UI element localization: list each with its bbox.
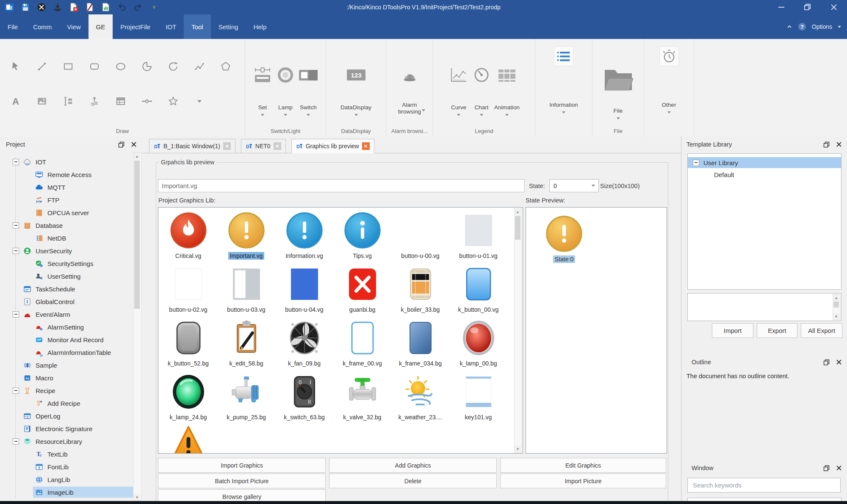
ribbon-button-curve[interactable]: Curve <box>448 39 469 136</box>
tree-item-monitor-and-record[interactable]: Monitor And Record <box>0 334 142 346</box>
graphic-name-input[interactable] <box>158 179 525 192</box>
graphic-item[interactable]: k_valve_32.bg <box>333 371 391 424</box>
template-list-scrollbar[interactable]: ▲ ▼ <box>833 294 841 320</box>
graphic-item[interactable]: Information.vg <box>275 209 333 263</box>
menu-item-ge[interactable]: GE <box>89 14 113 39</box>
rectangle-icon[interactable] <box>62 60 75 73</box>
ribbon-button-chart[interactable]: Chart <box>471 39 492 136</box>
export-button[interactable]: Export <box>757 323 797 338</box>
redo-icon[interactable] <box>133 2 143 12</box>
polyline-icon[interactable] <box>193 60 206 73</box>
tree-item-taskschedule[interactable]: TaskSchedule <box>0 283 142 295</box>
menu-item-setting[interactable]: Setting <box>211 14 246 39</box>
ribbon-button-information[interactable]: Information <box>549 39 578 136</box>
close-panel-icon[interactable] <box>835 358 843 366</box>
graphic-item[interactable]: k_frame_00.vg <box>333 317 391 371</box>
graphic-item[interactable]: k_weather_23.... <box>391 371 449 424</box>
tree-item-sample[interactable]: Sample <box>0 359 142 371</box>
edit-graphics-button[interactable]: Edit Graphics <box>500 458 666 473</box>
dimension-icon[interactable] <box>62 95 75 108</box>
float-panel-icon[interactable] <box>822 140 830 149</box>
search-input[interactable] <box>687 478 841 493</box>
state-preview-item[interactable]: State:0 <box>543 213 585 263</box>
document-tab-3[interactable]: DGraphics lib preview✕ <box>291 139 374 153</box>
close-panel-icon[interactable] <box>130 140 138 149</box>
tab-close-icon[interactable]: ✕ <box>223 142 231 150</box>
graphic-item[interactable]: k_button_00.vg <box>449 263 507 317</box>
close-panel-icon[interactable] <box>835 464 843 472</box>
chart-doc-icon[interactable] <box>101 2 111 12</box>
tree-item-recipe[interactable]: Recipe <box>0 385 142 396</box>
graphic-item[interactable]: Important.vg <box>217 209 275 263</box>
graphic-item[interactable]: button-u-03.vg <box>217 263 275 317</box>
graphic-item[interactable]: button-u-04.vg <box>275 263 333 317</box>
ribbon-button-switch[interactable]: Switch <box>298 39 318 136</box>
tree-expander-icon[interactable] <box>13 438 19 445</box>
close-panel-icon[interactable] <box>835 140 843 149</box>
dtools-logo-icon[interactable] <box>4 2 14 12</box>
help-icon[interactable]: ? <box>798 22 806 31</box>
pie-icon[interactable] <box>141 60 153 73</box>
graphic-item[interactable]: key101.vg <box>449 371 507 424</box>
ribbon-button-alarm-browsing[interactable]: Alarm browsing <box>393 39 426 136</box>
tree-expander-icon[interactable] <box>13 222 19 229</box>
tree-item-usersecurity[interactable]: UserSecurity <box>0 245 142 257</box>
browse-gallery-button[interactable]: Browse gallery <box>158 489 326 501</box>
tree-item-globalcontrol[interactable]: GlobalControl <box>0 296 142 307</box>
ribbon-button-datadisplay[interactable]: 123DataDisplay <box>340 39 371 136</box>
graphic-item[interactable]: button-u-02.vg <box>159 263 217 317</box>
ribbon-button-lamp[interactable]: Lamp <box>275 39 296 136</box>
batch-import-picture-button[interactable]: Batch Import Picture <box>158 474 326 488</box>
tree-expander-icon[interactable] <box>13 388 19 394</box>
float-panel-icon[interactable] <box>117 140 125 149</box>
tab-close-icon[interactable]: ✕ <box>274 142 281 150</box>
tab-close-icon[interactable]: ✕ <box>362 142 370 150</box>
discard-doc-icon[interactable] <box>85 2 95 12</box>
image-icon[interactable] <box>36 95 48 108</box>
ribbon-button-set[interactable]: Set <box>252 39 273 136</box>
tree-item-langlib[interactable]: LangLib <box>0 474 142 485</box>
project-tree-scrollbar[interactable]: ▲ ▼ <box>133 152 141 501</box>
scrollbar-thumb[interactable] <box>833 302 839 307</box>
graphic-item[interactable]: 0IIIk_switch_63.bg <box>275 371 333 424</box>
table-icon[interactable] <box>114 95 127 108</box>
import-picture-button[interactable]: Import Picture <box>500 474 666 488</box>
delete-button[interactable]: Delete <box>329 474 497 488</box>
menu-item-iot[interactable]: IOT <box>158 14 184 39</box>
scroll-up-icon[interactable]: ▲ <box>515 208 521 215</box>
tree-item-netdb[interactable]: NetDB <box>0 232 142 244</box>
more-caret-icon[interactable] <box>193 95 206 108</box>
tree-item-resourcelibrary[interactable]: ResourceLibrary <box>0 435 142 447</box>
menu-item-tool[interactable]: Tool <box>184 14 211 39</box>
graphic-item[interactable]: button-u-01.vg <box>449 209 507 263</box>
menu-item-help[interactable]: Help <box>246 14 274 39</box>
graphic-item[interactable]: k_button_52.bg <box>159 317 217 371</box>
graphic-item[interactable]: Tips.vg <box>333 209 391 263</box>
save-icon[interactable] <box>20 2 30 12</box>
undo-icon[interactable] <box>117 2 127 12</box>
tree-expander-icon[interactable] <box>693 160 699 166</box>
toolbar-options-caret-icon[interactable] <box>149 2 159 12</box>
graphic-item[interactable] <box>159 424 217 454</box>
graphic-item[interactable]: k_frame_034.bg <box>391 317 449 371</box>
tree-item-securitysettings[interactable]: SecuritySettings <box>0 258 142 269</box>
document-tab-1[interactable]: DB_1:Basic Window(1)✕ <box>149 139 235 153</box>
graphic-item[interactable]: guanbi.bg <box>333 263 391 317</box>
scroll-up-icon[interactable]: ▲ <box>134 153 140 160</box>
text-icon[interactable]: A <box>9 95 22 108</box>
connector-icon[interactable] <box>141 95 153 108</box>
menu-item-comm[interactable]: Comm <box>25 14 59 39</box>
tree-item-remote-access[interactable]: Remote Access <box>0 169 142 180</box>
scroll-down-icon[interactable]: ▼ <box>134 494 140 501</box>
tree-expander-icon[interactable] <box>13 311 19 318</box>
graphic-item[interactable]: k_boiler_33.bg <box>391 263 449 317</box>
menu-item-projectfile[interactable]: ProjectFile <box>113 14 158 39</box>
graphic-item[interactable]: button-u-00.vg <box>391 209 449 263</box>
add-graphics-button[interactable]: Add Graphics <box>329 458 497 473</box>
tree-item-iot[interactable]: IOT <box>0 156 142 168</box>
menu-item-view[interactable]: View <box>59 14 88 39</box>
scroll-up-icon[interactable]: ▲ <box>833 294 839 301</box>
close-button[interactable] <box>821 0 847 14</box>
rotate-arc-icon[interactable] <box>167 60 180 73</box>
tree-item-opcua-server[interactable]: OPCUA server <box>0 207 142 219</box>
